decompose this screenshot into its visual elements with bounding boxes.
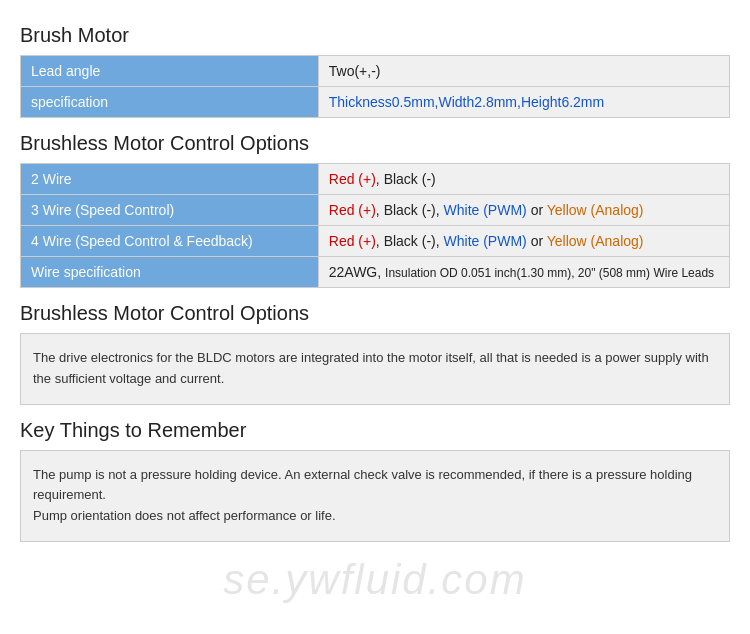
label-lead-angle: Lead angle [21, 56, 319, 87]
brushless-info-text: The drive electronics for the BLDC motor… [33, 350, 709, 386]
brushless-control-table: 2 Wire Red (+), Black (-) 3 Wire (Speed … [20, 163, 730, 288]
value-2wire: Red (+), Black (-) [318, 164, 729, 195]
table-row: 2 Wire Red (+), Black (-) [21, 164, 730, 195]
table-row: 3 Wire (Speed Control) Red (+), Black (-… [21, 195, 730, 226]
brush-motor-title: Brush Motor [20, 24, 730, 47]
brushless-control-title: Brushless Motor Control Options [20, 132, 730, 155]
value-specification: Thickness0.5mm,Width2.8mm,Height6.2mm [318, 87, 729, 118]
page-content: Brush Motor Lead angle Two(+,-) specific… [0, 0, 750, 572]
value-wire-spec: 22AWG, Insulation OD 0.051 inch(1.30 mm)… [318, 257, 729, 288]
key-things-title: Key Things to Remember [20, 419, 730, 442]
table-row: specification Thickness0.5mm,Width2.8mm,… [21, 87, 730, 118]
brush-motor-table: Lead angle Two(+,-) specification Thickn… [20, 55, 730, 118]
value-3wire: Red (+), Black (-), White (PWM) or Yello… [318, 195, 729, 226]
label-wire-spec: Wire specification [21, 257, 319, 288]
value-4wire: Red (+), Black (-), White (PWM) or Yello… [318, 226, 729, 257]
value-lead-angle: Two(+,-) [318, 56, 729, 87]
label-3wire: 3 Wire (Speed Control) [21, 195, 319, 226]
table-row: Lead angle Two(+,-) [21, 56, 730, 87]
label-specification: specification [21, 87, 319, 118]
table-row: 4 Wire (Speed Control & Feedback) Red (+… [21, 226, 730, 257]
brushless-info-box: The drive electronics for the BLDC motor… [20, 333, 730, 405]
table-row: Wire specification 22AWG, Insulation OD … [21, 257, 730, 288]
label-4wire: 4 Wire (Speed Control & Feedback) [21, 226, 319, 257]
brushless-motor-info-title: Brushless Motor Control Options [20, 302, 730, 325]
label-2wire: 2 Wire [21, 164, 319, 195]
key-things-text: The pump is not a pressure holding devic… [33, 467, 692, 524]
key-things-box: The pump is not a pressure holding devic… [20, 450, 730, 542]
